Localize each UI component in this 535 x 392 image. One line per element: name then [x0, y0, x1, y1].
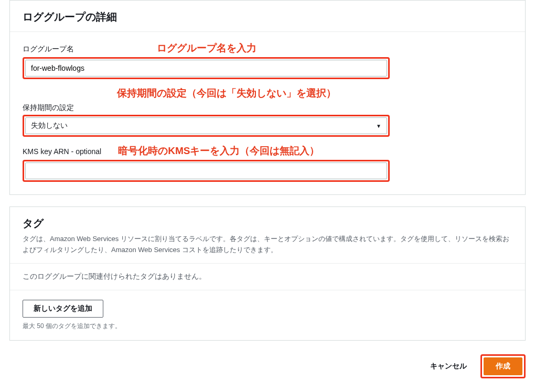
log-group-name-input[interactable]: [25, 60, 387, 77]
details-body: ロググループ名 ロググループ名を入力 保持期間の設定（今回は「失効しない」を選択…: [10, 32, 525, 194]
create-button[interactable]: 作成: [484, 357, 522, 375]
tags-header: タグ タグは、Amazon Web Services リソースに割り当てるラベル…: [10, 207, 525, 264]
field-retention: 保持期間の設定（今回は「失効しない」を選択） 保持期間の設定 失効しない ▼: [23, 86, 512, 137]
tags-heading: タグ: [23, 216, 512, 231]
tags-actions: 新しいタグを追加 最大 50 個のタグを追加できます。: [10, 290, 525, 340]
annotation-retention: 保持期間の設定（今回は「失効しない」を選択）: [117, 86, 336, 100]
field-kms: KMS key ARN - optional 暗号化時のKMSキーを入力（今回は…: [23, 144, 512, 182]
details-header: ロググループの詳細: [10, 1, 525, 32]
form-footer: キャンセル 作成: [9, 352, 526, 380]
cancel-button[interactable]: キャンセル: [424, 358, 473, 374]
retention-value: 失効しない: [31, 121, 68, 130]
log-group-name-label: ロググループ名: [23, 45, 74, 54]
retention-label: 保持期間の設定: [23, 103, 74, 113]
field-log-group-name: ロググループ名 ロググループ名を入力: [23, 41, 512, 79]
highlight-box-kms: [23, 160, 390, 182]
highlight-box-retention: 失効しない ▼: [23, 115, 390, 137]
details-heading: ロググループの詳細: [23, 10, 512, 24]
log-group-details-panel: ロググループの詳細 ロググループ名 ロググループ名を入力 保持期間の設定（今回は…: [9, 0, 526, 195]
kms-arn-input[interactable]: [25, 162, 387, 179]
tags-empty-message: このロググループに関連付けられたタグはありません。: [10, 264, 525, 290]
kms-label: KMS key ARN - optional: [23, 147, 101, 156]
chevron-down-icon: ▼: [376, 123, 381, 129]
tags-hint: 最大 50 個のタグを追加できます。: [23, 322, 512, 331]
add-tag-button[interactable]: 新しいタグを追加: [23, 300, 103, 318]
annotation-kms: 暗号化時のKMSキーを入力（今回は無記入）: [118, 144, 319, 158]
retention-select[interactable]: 失効しない ▼: [25, 117, 387, 134]
highlight-box-name: [23, 57, 390, 79]
tags-description: タグは、Amazon Web Services リソースに割り当てるラベルです。…: [23, 234, 512, 256]
tags-panel: タグ タグは、Amazon Web Services リソースに割り当てるラベル…: [9, 206, 526, 341]
annotation-name: ロググループ名を入力: [157, 41, 256, 55]
highlight-box-submit: 作成: [480, 354, 526, 378]
